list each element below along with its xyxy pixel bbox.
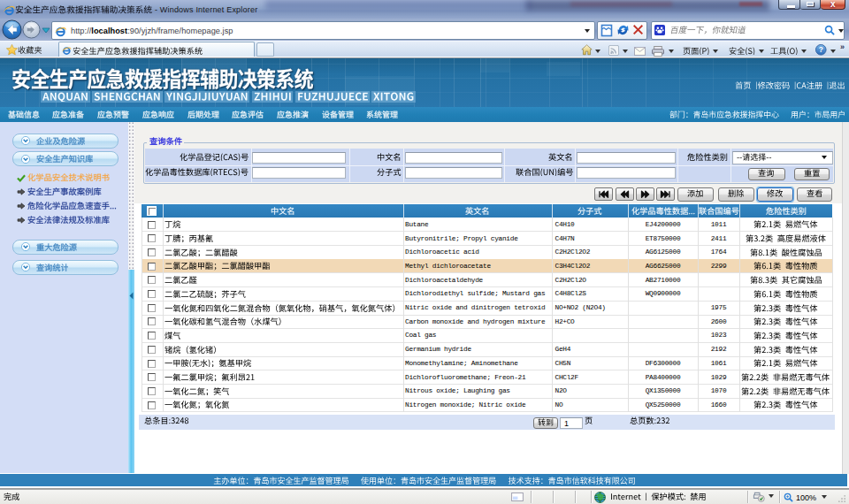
svg-text:?: ? — [819, 45, 823, 54]
